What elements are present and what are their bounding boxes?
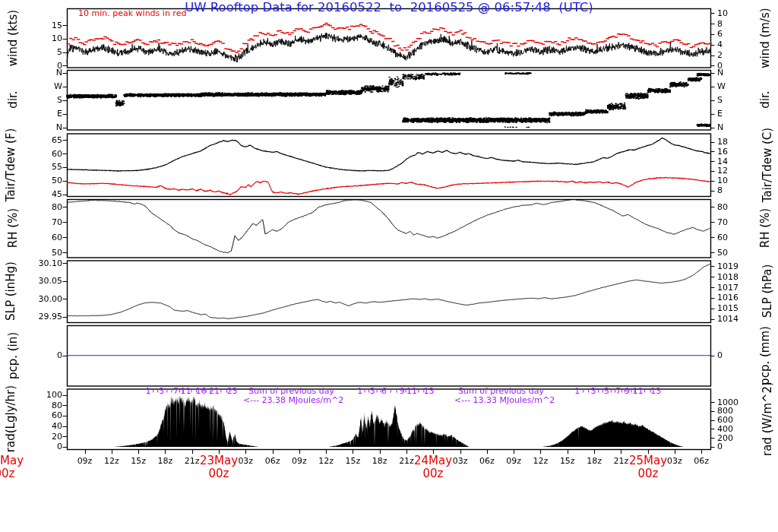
y-axis-title-rh-left: RH (%): [6, 208, 20, 248]
y-tick-label-left-rad-40: 40: [32, 421, 62, 431]
y-tick-label-right-rh-60: 60: [717, 233, 748, 242]
y-tick-label-right-tair_tdew-12: 12: [717, 166, 748, 176]
date-label-22may-month: 22May: [0, 454, 31, 467]
y-tick-label-right-rh-50: 50: [717, 248, 748, 258]
y-axis-title-temp-left: Tair/Tdew (F): [4, 128, 17, 202]
y-tick-label-left-wind-10: 10: [32, 33, 62, 43]
y-tick-label-right-tair_tdew-18: 18: [717, 137, 748, 147]
y-tick-label-right-wind-4: 4: [717, 40, 748, 49]
y-tick-label-right-tair_tdew-8: 8: [717, 185, 748, 195]
rad-cum-label-23: 23: [221, 386, 244, 396]
y-axis-title-temp-right: Tair/Tdew (C): [761, 128, 774, 202]
y-tick-label-left-wind-5: 5: [32, 47, 62, 57]
y-tick-label-left-dir-N: N: [32, 122, 62, 132]
y-tick-label-left-dir-E: E: [32, 109, 62, 119]
y-tick-label-right-wind-6: 6: [717, 29, 748, 39]
y-tick-label-left-wind-15: 15: [32, 21, 62, 30]
y-tick-label-left-rad-80: 80: [32, 401, 62, 410]
y-tick-label-right-tair_tdew-16: 16: [717, 147, 748, 157]
y-axis-title-slp-left: SLP (inHg): [4, 261, 17, 321]
y-tick-label-right-dir-N: N: [717, 122, 748, 132]
y-axis-title-wind-left: wind (kts): [6, 10, 20, 66]
y-tick-label-left-rh-50: 50: [32, 248, 62, 258]
y-axis-title-dir-left: dir.: [6, 90, 20, 108]
y-axis-title-rad-left: rad(Lgly/hr): [4, 385, 17, 452]
x-tick-label-21z-h38: 21z: [390, 456, 423, 466]
y-tick-label-right-rad-1000: 1000: [717, 397, 748, 407]
y-tick-label-right-wind-8: 8: [717, 19, 748, 29]
y-tick-label-left-rad-100: 100: [32, 390, 62, 400]
y-tick-label-left-tair_tdew-45: 45: [32, 189, 62, 199]
y-tick-label-left-tair_tdew-50: 50: [32, 176, 62, 185]
y-tick-label-right-rad-400: 400: [717, 424, 748, 434]
y-tick-label-left-dir-S: S: [32, 95, 62, 105]
y-tick-label-right-rad-0: 0: [717, 442, 748, 451]
date-label-23may-z: 00z: [192, 467, 245, 480]
y-tick-label-right-slp-1017: 1017: [717, 283, 748, 293]
y-tick-label-left-dir-N: N: [32, 68, 62, 78]
y-tick-label-left-slp-30.10: 30.10: [32, 258, 62, 268]
y-tick-label-right-slp-1016: 1016: [717, 293, 748, 302]
y-axis-title-pcp-right: pcp. (mm): [758, 326, 772, 385]
y-tick-label-right-slp-1018: 1018: [717, 272, 748, 282]
y-tick-label-right-wind-10: 10: [717, 8, 748, 18]
y-axis-title-wind-right: wind (m/s): [758, 8, 772, 68]
date-label-22may: 22May 00z: [0, 454, 31, 480]
y-tick-label-right-pcp-0: 0: [717, 350, 748, 360]
y-tick-label-right-dir-W: W: [717, 81, 748, 91]
y-tick-label-left-rh-80: 80: [32, 202, 62, 212]
y-tick-label-left-tair_tdew-60: 60: [32, 149, 62, 159]
y-tick-label-left-rh-70: 70: [32, 217, 62, 227]
y-tick-label-left-rad-20: 20: [32, 432, 62, 442]
y-tick-label-left-slp-30.05: 30.05: [32, 276, 62, 286]
y-axis-title-pcp-left: pcp. (in): [6, 332, 20, 379]
y-tick-label-left-tair_tdew-55: 55: [32, 162, 62, 172]
y-tick-label-right-dir-E: E: [717, 109, 748, 119]
rad-sum-day1-line2: <--- 23.38 MJoules/m^2: [243, 395, 343, 405]
y-tick-label-left-rad-0: 0: [32, 442, 62, 451]
rad-cum-label-13: 13: [417, 386, 440, 396]
date-label-22may-z: 00z: [0, 467, 31, 480]
y-axis-title-slp-right: SLP (hPa): [761, 264, 774, 318]
y-tick-label-left-dir-W: W: [32, 81, 62, 91]
y-tick-label-right-slp-1014: 1014: [717, 314, 748, 324]
y-tick-label-right-rad-600: 600: [717, 415, 748, 425]
y-tick-label-right-rh-70: 70: [717, 217, 748, 227]
x-tick-label-21z-h14: 21z: [176, 456, 209, 466]
rad-sum-day2-line2: <--- 13.33 MJoules/m^2: [454, 395, 555, 405]
y-tick-label-left-pcp-0: 0: [32, 350, 62, 360]
x-tick-label-06z-h71: 06z: [685, 456, 718, 466]
y-tick-label-left-rh-60: 60: [32, 233, 62, 242]
y-tick-label-left-slp-30.00: 30.00: [32, 294, 62, 304]
y-axis-title-rh-right: RH (%): [758, 208, 772, 248]
y-tick-label-right-slp-1015: 1015: [717, 303, 748, 313]
y-tick-label-left-rad-60: 60: [32, 410, 62, 420]
y-tick-label-right-rad-200: 200: [717, 433, 748, 443]
chart-title: UW Rooftop Data for 20160522 to 20160525…: [0, 0, 778, 14]
date-label-24may-z: 00z: [406, 467, 460, 480]
y-tick-label-left-slp-29.95: 29.95: [32, 312, 62, 321]
y-tick-label-right-tair_tdew-14: 14: [717, 157, 748, 166]
y-tick-label-right-wind-2: 2: [717, 50, 748, 60]
y-tick-label-right-rh-80: 80: [717, 202, 748, 212]
y-axis-title-rad-right: rad (W/m^2): [761, 382, 774, 456]
y-tick-label-right-slp-1019: 1019: [717, 261, 748, 271]
y-tick-label-left-tair_tdew-65: 65: [32, 135, 62, 145]
date-label-25may-z: 00z: [621, 467, 675, 480]
y-tick-label-right-dir-N: N: [717, 68, 748, 78]
x-tick-label-21z-h62: 21z: [604, 456, 637, 466]
y-axis-title-dir-right: dir.: [758, 90, 772, 108]
rad-cum-label-13: 13: [644, 386, 667, 396]
meteogram: wind (kts) dir. Tair/Tdew (F) RH (%) SLP…: [0, 0, 778, 532]
y-tick-label-right-rad-800: 800: [717, 406, 748, 416]
y-tick-label-right-tair_tdew-10: 10: [717, 176, 748, 185]
meteogram-canvas: [0, 0, 778, 532]
y-tick-label-right-dir-S: S: [717, 95, 748, 105]
